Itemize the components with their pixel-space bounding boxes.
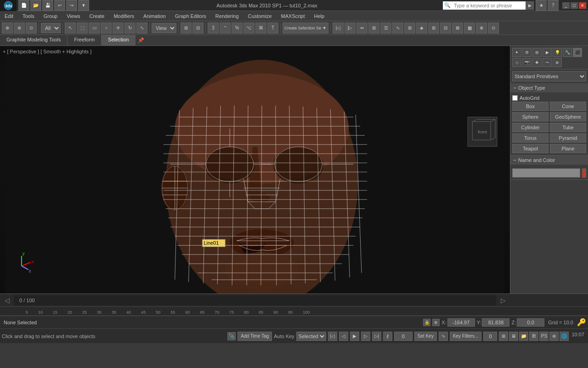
kbd2[interactable]: ⌃ (220, 23, 231, 34)
kbd4[interactable]: ⌥ (243, 23, 254, 34)
menu-maxscript[interactable]: MAXScript (278, 12, 308, 20)
pivot[interactable]: ⊞ (181, 23, 192, 34)
open-btn[interactable]: 📂 (30, 0, 41, 11)
key-mode-btn[interactable]: ⚷ (383, 332, 392, 341)
help-icon[interactable]: ? (548, 0, 559, 11)
key-icon[interactable]: 🔑 (577, 318, 586, 327)
close-btn[interactable]: ✕ (579, 2, 586, 9)
geosphere-btn[interactable]: GeoSphere (550, 112, 586, 121)
taskbar-icon4[interactable]: 🖹 (529, 332, 538, 341)
display-icon[interactable]: 💡 (553, 48, 562, 57)
hierarchy-icon[interactable]: ⊞ (532, 48, 542, 57)
search-input[interactable] (452, 1, 526, 10)
x-input[interactable] (447, 318, 475, 327)
tab-freeform[interactable]: Freeform (68, 35, 102, 46)
add-time-tag-icon[interactable]: 📎 (227, 332, 236, 340)
primitive-type-dropdown[interactable]: Standard Primitives (512, 71, 586, 81)
play-btn[interactable]: ▶ (350, 332, 359, 341)
frame-value-input[interactable] (483, 332, 497, 341)
render4[interactable]: ▦ (464, 23, 475, 34)
new-btn[interactable]: 📄 (18, 0, 29, 11)
search-box[interactable]: 🔍 ▶ (443, 1, 534, 10)
key-filters-btn[interactable]: Key Filters... (450, 332, 482, 341)
set-key-btn[interactable]: Set Key (414, 332, 437, 341)
pivot2[interactable]: ⊟ (192, 23, 204, 34)
curve-ed[interactable]: ∿ (392, 23, 403, 34)
render6[interactable]: ⊙ (488, 23, 499, 34)
save-btn[interactable]: 💾 (42, 0, 53, 11)
motion-icon[interactable]: ▶ (543, 48, 552, 57)
kbd5[interactable]: ⌘ (255, 23, 266, 34)
tab-graphite-modeling[interactable]: Graphite Modeling Tools (0, 35, 68, 46)
next-frame-btn[interactable]: ▷ (361, 332, 370, 341)
tl-forward-btn[interactable]: ▷ (496, 297, 510, 304)
kbd3[interactable]: % (232, 23, 243, 34)
status-icon2[interactable]: ⊕ (432, 319, 440, 326)
select-rotate[interactable]: ↻ (124, 23, 136, 34)
tube-btn[interactable]: Tube (550, 123, 586, 132)
menu-create[interactable]: Create (86, 12, 107, 20)
y-input[interactable] (482, 318, 509, 327)
systems-icon[interactable]: ⊕ (553, 58, 562, 67)
viewport-cube[interactable]: front (468, 117, 497, 146)
taskbar-icon5[interactable]: PS (539, 332, 548, 341)
star-icon[interactable]: ★ (536, 0, 547, 11)
collapse-object-type[interactable]: − (513, 85, 516, 91)
render2[interactable]: ⊟ (440, 23, 451, 34)
menu-edit[interactable]: Edit (2, 12, 16, 20)
modify-icon[interactable]: ⚙ (522, 48, 531, 57)
filter-dropdown[interactable]: All (41, 23, 61, 33)
utilities-icon[interactable]: 🔧 (563, 48, 572, 57)
pyramid-btn[interactable]: Pyramid (550, 133, 586, 143)
cylinder-btn[interactable]: Cylinder (512, 123, 548, 132)
options-btn[interactable]: ▼ (78, 0, 89, 11)
prev-frame-btn[interactable]: ◁ (339, 332, 348, 341)
maximize-btn[interactable]: □ (571, 2, 578, 9)
search-go[interactable]: ▶ (526, 1, 534, 10)
view-dropdown[interactable]: View (152, 23, 176, 33)
select-rect[interactable]: ▭ (89, 23, 100, 34)
autogrid-checkbox[interactable] (512, 95, 518, 101)
render3[interactable]: ⊠ (452, 23, 463, 34)
menu-modifiers[interactable]: Modifiers (111, 12, 137, 20)
create2-icon[interactable]: ⬛ (573, 48, 582, 57)
lights-icon[interactable]: ◇ (512, 58, 521, 67)
undo-btn[interactable]: ↩ (54, 0, 65, 11)
mirror[interactable]: ⇔ (356, 23, 368, 34)
kbd1[interactable]: 3 (208, 23, 219, 34)
add-time-tag-btn[interactable]: Add Time Tag (237, 332, 272, 341)
color-swatch[interactable] (582, 168, 586, 178)
helpers-icon[interactable]: ✚ (532, 58, 542, 67)
key-curve-icon[interactable]: ∿ (439, 332, 448, 341)
render5[interactable]: ⊕ (476, 23, 487, 34)
align[interactable]: ⊞ (368, 23, 379, 34)
plane-btn[interactable]: Plane (550, 144, 586, 153)
menu-rendering[interactable]: Rendering (213, 12, 242, 20)
menu-views[interactable]: Views (64, 12, 83, 20)
viewport-render[interactable]: x y z front (0, 46, 510, 293)
z-input[interactable] (517, 318, 544, 327)
snap-3d[interactable]: ⊗ (14, 23, 25, 34)
taskbar-icon7[interactable]: 🌐 (560, 332, 569, 341)
menu-customize[interactable]: Customize (245, 12, 275, 20)
frame-input[interactable] (394, 332, 413, 341)
create-icon[interactable]: ✦ (512, 48, 521, 57)
select-move[interactable]: ✛ (113, 23, 124, 34)
mats[interactable]: ◈ (416, 23, 427, 34)
collapse-name-color[interactable]: − (513, 157, 516, 163)
selection-set-btn[interactable]: Create Selection Se ▼ (283, 23, 328, 34)
redo-btn[interactable]: ↪ (66, 0, 77, 11)
timeline-track[interactable]: 0 / 100 (14, 295, 496, 305)
cone-btn[interactable]: Cone (550, 102, 586, 111)
minimize-btn[interactable]: _ (562, 2, 570, 9)
select-obj[interactable]: ↖ (65, 23, 76, 34)
named-sel2[interactable]: |▷ (345, 23, 356, 34)
sphere-btn[interactable]: Sphere (512, 112, 548, 121)
torus-btn[interactable]: Torus (512, 133, 548, 143)
menu-graph-editors[interactable]: Graph Editors (172, 12, 209, 20)
layers[interactable]: ☰ (380, 23, 391, 34)
taskbar-icon6[interactable]: ⊕ (549, 332, 559, 341)
pin-icon[interactable]: 📌 (136, 35, 147, 46)
named-sel1[interactable]: |◁ (333, 23, 344, 34)
menu-tools[interactable]: Tools (20, 12, 37, 20)
